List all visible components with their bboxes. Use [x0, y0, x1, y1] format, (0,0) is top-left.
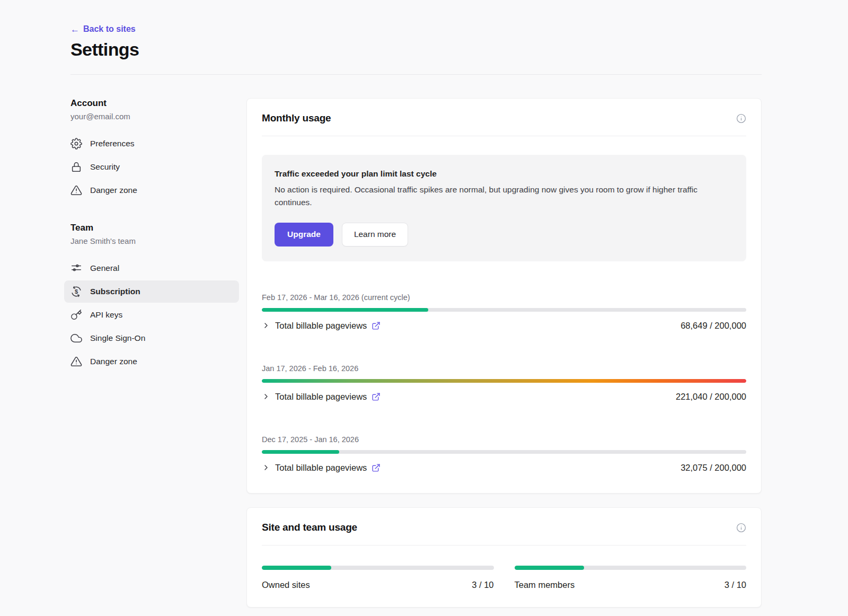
sidebar-item-preferences[interactable]: Preferences	[64, 133, 239, 155]
sidebar-item-subscription[interactable]: $ Subscription	[64, 280, 239, 303]
warning-triangle-icon	[70, 356, 82, 367]
billable-pageviews-toggle[interactable]: Total billable pageviews	[262, 392, 381, 402]
upgrade-button[interactable]: Upgrade	[275, 223, 333, 247]
notice-title: Traffic exceeded your plan limit last cy…	[275, 169, 734, 179]
metric-label: Total billable pageviews	[275, 392, 367, 402]
owned-sites-progress-track	[262, 566, 494, 570]
sidebar-item-label: Security	[90, 162, 120, 172]
external-link-icon[interactable]	[372, 392, 381, 401]
metric-label: Total billable pageviews	[275, 463, 367, 473]
chevron-right-icon	[262, 392, 270, 401]
external-link-icon[interactable]	[372, 321, 381, 330]
sidebar-item-team-danger-zone[interactable]: Danger zone	[64, 350, 239, 373]
team-members-progress-fill	[515, 566, 584, 570]
usage-cycle-previous: Jan 17, 2026 - Feb 16, 2026 Total billab…	[262, 364, 746, 402]
back-to-sites-link[interactable]: ← Back to sites	[70, 24, 136, 34]
sidebar-item-label: General	[90, 263, 119, 273]
usage-progress-track	[262, 308, 746, 312]
gear-icon	[70, 138, 82, 149]
account-email: your@email.com	[70, 112, 233, 121]
usage-progress-fill	[262, 308, 428, 312]
cloud-icon	[70, 332, 82, 344]
notice-body: No action is required. Occasional traffi…	[275, 183, 734, 209]
external-link-icon[interactable]	[372, 463, 381, 472]
learn-more-button[interactable]: Learn more	[342, 223, 408, 247]
settings-page: ← Back to sites Settings Account your@em…	[0, 0, 848, 608]
usage-value: 32,075 / 200,000	[681, 463, 746, 473]
header-divider	[70, 74, 762, 75]
usage-value: 68,649 / 200,000	[681, 321, 746, 331]
site-team-usage-title: Site and team usage	[262, 522, 357, 533]
settings-sidebar: Account your@email.com Preferences Secur…	[70, 98, 233, 394]
card-divider	[262, 545, 746, 545]
back-link-label: Back to sites	[83, 24, 136, 34]
svg-text:$: $	[75, 288, 78, 294]
site-team-usage-card: Site and team usage Owned sites 3 / 10	[246, 507, 762, 608]
team-section-title: Team	[70, 223, 233, 233]
sidebar-item-security[interactable]: Security	[64, 156, 239, 178]
sidebar-item-label: Subscription	[90, 287, 140, 296]
cycle-period: Feb 17, 2026 - Mar 16, 2026 (current cyc…	[262, 293, 746, 302]
usage-progress-fill	[262, 450, 339, 454]
monthly-usage-title: Monthly usage	[262, 112, 331, 124]
team-members-meter: Team members 3 / 10	[515, 566, 747, 590]
owned-sites-progress-fill	[262, 566, 331, 570]
info-icon[interactable]	[736, 113, 746, 124]
sidebar-item-account-danger-zone[interactable]: Danger zone	[64, 179, 239, 201]
usage-progress-fill-overlimit	[262, 379, 746, 383]
sidebar-item-general[interactable]: General	[64, 257, 239, 279]
billable-pageviews-toggle[interactable]: Total billable pageviews	[262, 321, 381, 331]
billable-pageviews-toggle[interactable]: Total billable pageviews	[262, 463, 381, 473]
monthly-usage-card: Monthly usage Traffic exceeded your plan…	[246, 98, 762, 494]
team-name: Jane Smith's team	[70, 236, 233, 245]
lock-icon	[70, 161, 82, 173]
cycle-period: Dec 17, 2025 - Jan 16, 2026	[262, 435, 746, 444]
sidebar-item-label: Danger zone	[90, 357, 137, 366]
info-icon[interactable]	[736, 523, 746, 533]
team-members-value: 3 / 10	[725, 580, 746, 590]
owned-sites-value: 3 / 10	[472, 580, 493, 590]
account-section: Account your@email.com Preferences Secur…	[70, 98, 233, 201]
sidebar-item-single-sign-on[interactable]: Single Sign-On	[64, 327, 239, 349]
usage-cycle-current: Feb 17, 2026 - Mar 16, 2026 (current cyc…	[262, 293, 746, 331]
team-members-label: Team members	[515, 580, 575, 590]
chevron-right-icon	[262, 321, 270, 330]
sidebar-item-label: Danger zone	[90, 186, 137, 195]
sidebar-item-label: Single Sign-On	[90, 333, 145, 343]
card-divider	[262, 136, 746, 136]
traffic-exceeded-notice: Traffic exceeded your plan limit last cy…	[262, 155, 746, 261]
usage-value: 221,040 / 200,000	[676, 392, 746, 402]
team-section: Team Jane Smith's team General $ Subscri…	[70, 223, 233, 373]
usage-progress-track	[262, 450, 746, 454]
back-arrow-icon: ←	[70, 25, 80, 34]
key-icon	[70, 309, 82, 321]
page-title: Settings	[70, 39, 762, 60]
warning-triangle-icon	[70, 184, 82, 196]
dollar-refresh-icon: $	[70, 286, 82, 297]
usage-progress-track	[262, 379, 746, 383]
owned-sites-meter: Owned sites 3 / 10	[262, 566, 494, 590]
metric-label: Total billable pageviews	[275, 321, 367, 331]
usage-cycle-older: Dec 17, 2025 - Jan 16, 2026 Total billab…	[262, 435, 746, 473]
account-section-title: Account	[70, 98, 233, 109]
sliders-icon	[70, 262, 82, 274]
sidebar-item-label: Preferences	[90, 139, 135, 148]
chevron-right-icon	[262, 463, 270, 472]
team-members-progress-track	[515, 566, 747, 570]
sidebar-item-label: API keys	[90, 310, 122, 320]
sidebar-item-api-keys[interactable]: API keys	[64, 304, 239, 326]
cycle-period: Jan 17, 2026 - Feb 16, 2026	[262, 364, 746, 373]
owned-sites-label: Owned sites	[262, 580, 310, 590]
